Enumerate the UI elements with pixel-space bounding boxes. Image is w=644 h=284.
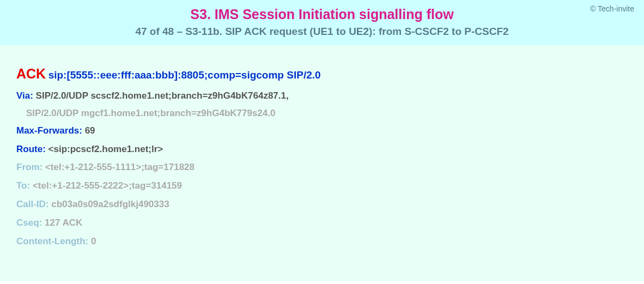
route-value: <sip:pcscf2.home1.net;lr> — [48, 144, 163, 154]
via-header-value-2: SIP/2.0/UDP mgcf1.home1.net;branch=z9hG4… — [26, 108, 275, 118]
max-forwards-value: 69 — [85, 125, 95, 136]
to-name: To: — [16, 180, 30, 191]
sip-request-line: ACK sip:[5555::eee:fff:aaa:bbb]:8805;com… — [16, 66, 628, 82]
document-title: S3. IMS Session Initiation signalling fl… — [11, 7, 633, 22]
from-value: <tel:+1-212-555-1111>;tag=171828 — [45, 162, 195, 172]
route-name: Route: — [16, 144, 46, 154]
route-header: Route: <sip:pcscf2.home1.net;lr> — [16, 143, 628, 156]
from-header: From: <tel:+1-212-555-1111>;tag=171828 — [16, 161, 628, 174]
content-length-value: 0 — [91, 236, 96, 246]
content-length-header: Content-Length: 0 — [16, 235, 628, 248]
via-header-value-1: SIP/2.0/UDP scscf2.home1.net;branch=z9hG… — [36, 90, 289, 101]
call-id-value: cb03a0s09a2sdfglkj490333 — [51, 199, 169, 209]
document-header: © Tech-invite S3. IMS Session Initiation… — [0, 0, 644, 45]
sip-message-content: ACK sip:[5555::eee:fff:aaa:bbb]:8805;com… — [0, 45, 644, 281]
cseq-name: Cseq: — [16, 217, 42, 228]
sip-request-uri: sip:[5555::eee:fff:aaa:bbb]:8805;comp=si… — [48, 69, 321, 81]
max-forwards-header: Max-Forwards: 69 — [16, 124, 628, 137]
copyright-text: © Tech-invite — [590, 4, 634, 13]
call-id-header: Call-ID: cb03a0s09a2sdfglkj490333 — [16, 198, 628, 211]
cseq-value: 127 ACK — [45, 217, 82, 228]
content-length-name: Content-Length: — [16, 236, 88, 246]
to-header: To: <tel:+1-212-555-2222>;tag=314159 — [16, 179, 628, 192]
via-header-continuation: SIP/2.0/UDP mgcf1.home1.net;branch=z9hG4… — [16, 108, 628, 119]
sip-method: ACK — [16, 66, 46, 81]
from-name: From: — [16, 162, 42, 172]
max-forwards-name: Max-Forwards: — [16, 125, 82, 136]
document-subtitle: 47 of 48 – S3-11b. SIP ACK request (UE1 … — [11, 26, 633, 38]
call-id-name: Call-ID: — [16, 199, 49, 209]
via-header-name: Via: — [16, 90, 33, 101]
to-value: <tel:+1-212-555-2222>;tag=314159 — [33, 180, 182, 191]
cseq-header: Cseq: 127 ACK — [16, 216, 628, 229]
via-header: Via: SIP/2.0/UDP scscf2.home1.net;branch… — [16, 89, 628, 102]
